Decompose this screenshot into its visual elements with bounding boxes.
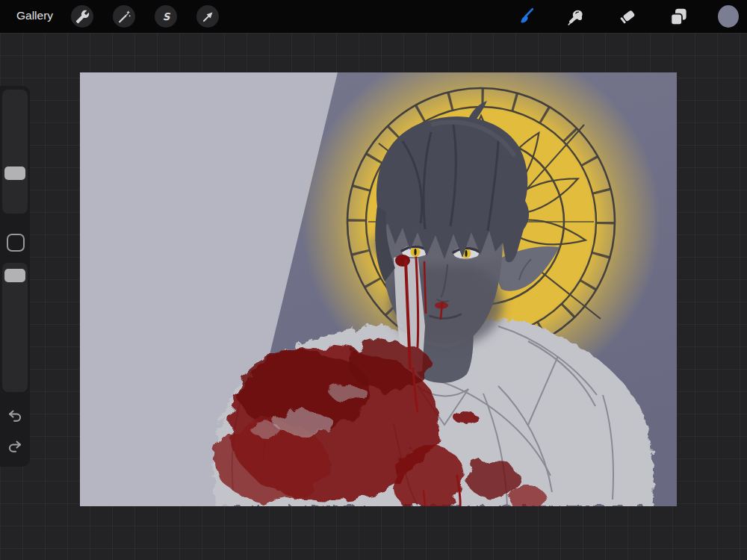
- side-toolbar: [0, 86, 30, 467]
- erase-tool-button[interactable]: [617, 6, 638, 27]
- undo-icon: [7, 408, 23, 424]
- redo-button[interactable]: [7, 438, 23, 455]
- modify-button[interactable]: [7, 234, 25, 252]
- opacity-handle[interactable]: [4, 269, 25, 282]
- actions-button[interactable]: [71, 5, 93, 28]
- smudge-hand-icon: [566, 7, 586, 26]
- brush-icon: [515, 7, 535, 27]
- selection-s-icon: S: [159, 10, 173, 24]
- color-button[interactable]: [718, 6, 739, 27]
- transform-arrow-icon: [201, 10, 215, 24]
- drawing-canvas[interactable]: [80, 72, 677, 506]
- current-color-swatch: [718, 5, 739, 28]
- redo-icon: [7, 438, 23, 455]
- brush-size-handle[interactable]: [4, 167, 25, 180]
- top-toolbar: Gallery S: [0, 0, 747, 33]
- paint-tool-button[interactable]: [514, 6, 535, 27]
- wrench-icon: [75, 10, 90, 24]
- adjustments-button[interactable]: [113, 5, 135, 28]
- transform-button[interactable]: [196, 5, 219, 28]
- artwork: [80, 72, 677, 506]
- layers-icon: [669, 7, 689, 27]
- layers-button[interactable]: [668, 6, 689, 27]
- undo-button[interactable]: [7, 408, 23, 424]
- gallery-button[interactable]: Gallery: [16, 9, 53, 22]
- selection-button[interactable]: S: [155, 5, 177, 28]
- svg-text:S: S: [162, 11, 170, 22]
- magic-wand-icon: [117, 10, 131, 24]
- opacity-slider[interactable]: [2, 263, 28, 392]
- brush-size-slider[interactable]: [2, 90, 28, 214]
- eraser-icon: [618, 7, 637, 26]
- smudge-tool-button[interactable]: [565, 6, 586, 27]
